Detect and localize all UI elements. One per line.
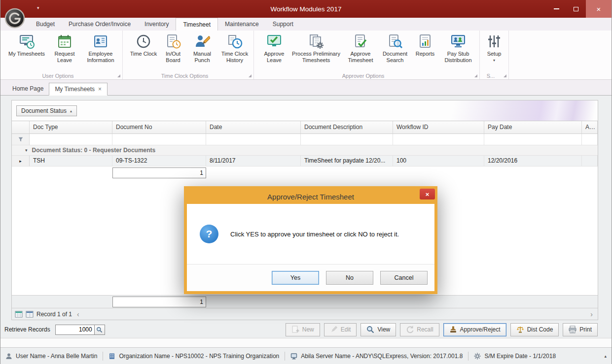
chip-label: Document Status	[21, 107, 67, 114]
column-header-at[interactable]: At...	[582, 121, 598, 133]
tab-support[interactable]: Support	[266, 18, 300, 31]
ribbon-item-setup[interactable]: Setup ▾	[483, 32, 505, 63]
cancel-button[interactable]: Cancel	[380, 271, 428, 285]
prev-record-icon[interactable]: ‹	[75, 311, 81, 318]
app-logo-icon	[4, 8, 25, 29]
recall-icon	[406, 326, 414, 333]
document-tab-bar: Home Page My Timesheets ×	[0, 80, 612, 96]
ribbon-item-label: Employee Information	[81, 51, 120, 64]
retrieve-records-button[interactable]	[95, 325, 105, 335]
tab-timesheet[interactable]: Timesheet	[176, 18, 218, 31]
cell-workflow-id[interactable]: 100	[393, 156, 484, 166]
ribbon-item-pay-stub-distribution[interactable]: Pay Stub Distribution	[438, 32, 478, 64]
filter-cell-document-no[interactable]	[112, 134, 206, 145]
cell-document-description[interactable]: TimeSheet for paydate 12/20...	[301, 156, 393, 166]
my-timesheets-icon	[19, 33, 35, 49]
cell-document-no[interactable]: 09-TS-1322	[112, 156, 206, 166]
new-icon	[291, 326, 299, 333]
card-view-icon[interactable]	[26, 310, 34, 318]
tab-purchase-order-invoice[interactable]: Purchase Order/Invoice	[62, 18, 138, 31]
filter-cell-workflow-id[interactable]	[393, 134, 484, 145]
grid-view-icon[interactable]	[15, 310, 23, 318]
divider	[468, 352, 468, 361]
ribbon-item-in-out-board[interactable]: In/Out Board	[159, 32, 187, 64]
in-out-board-icon	[165, 33, 181, 49]
approve-leave-icon	[266, 33, 282, 49]
filter-cell-document-description[interactable]	[301, 134, 393, 145]
retrieve-records-input[interactable]	[55, 325, 95, 335]
group-dialog-launcher-icon[interactable]	[504, 74, 506, 77]
dialog-close-button[interactable]: ×	[420, 189, 435, 199]
tab-inventory[interactable]: Inventory	[138, 18, 176, 31]
ribbon-item-document-search[interactable]: Document Search	[378, 32, 412, 64]
scales-icon	[516, 326, 524, 333]
stamp-icon	[449, 326, 457, 333]
filter-cell-doc-type[interactable]	[30, 134, 112, 145]
resize-grip-icon[interactable]: ▴	[604, 354, 607, 359]
ribbon-item-approve-leave[interactable]: Approve Leave	[259, 32, 289, 64]
cell-doc-type[interactable]: TSH	[30, 156, 112, 166]
group-dialog-launcher-icon[interactable]	[117, 74, 120, 77]
setup-icon	[486, 33, 502, 49]
column-header-document-no[interactable]: Document No	[112, 121, 206, 133]
view-button[interactable]: View	[360, 323, 396, 336]
ribbon-item-label: My Timesheets	[8, 51, 45, 57]
group-by-chip-document-status[interactable]: Document Status ▴	[16, 105, 77, 116]
ribbon-item-time-clock[interactable]: Time Clock	[128, 32, 159, 57]
dist-code-button[interactable]: Dist Code	[510, 323, 559, 336]
maximize-button[interactable]	[566, 0, 586, 18]
tab-home-page[interactable]: Home Page	[7, 82, 49, 95]
filter-cell-pay-date[interactable]	[484, 134, 582, 145]
filter-icon	[18, 136, 24, 142]
ribbon-item-request-leave[interactable]: Request Leave	[49, 32, 80, 64]
yes-button[interactable]: Yes	[272, 271, 319, 285]
column-header-document-description[interactable]: Document Description	[301, 121, 393, 133]
row-indicator-header	[12, 121, 30, 133]
approve-reject-button[interactable]: Approve/Reject	[443, 323, 506, 336]
cell-date[interactable]: 8/11/2017	[206, 156, 301, 166]
group-expand-icon[interactable]: ▾	[25, 148, 28, 153]
ribbon-item-manual-punch[interactable]: Manual Punch	[187, 32, 217, 64]
column-header-date[interactable]: Date	[206, 121, 301, 133]
question-icon: ?	[200, 225, 218, 243]
table-row[interactable]: ▸ TSH 09-TS-1322 8/11/2017 TimeSheet for…	[12, 156, 598, 166]
dialog-title: Approve/Reject Timesheet	[267, 193, 354, 201]
cell-at[interactable]	[582, 156, 598, 166]
filter-row	[12, 134, 598, 145]
ribbon-item-my-timesheets[interactable]: My Timesheets	[4, 32, 49, 57]
ribbon-item-label: Time Clock History	[218, 51, 252, 64]
retrieve-records-label: Retrieve Records	[4, 326, 50, 333]
filter-cell-date[interactable]	[206, 134, 301, 145]
ribbon-item-employee-information[interactable]: Employee Information	[80, 32, 121, 64]
tab-my-timesheets[interactable]: My Timesheets ×	[49, 83, 108, 96]
app-menu-logo[interactable]	[4, 8, 25, 31]
approve-timesheet-icon	[353, 33, 368, 49]
tab-maintenance[interactable]: Maintenance	[218, 18, 266, 31]
next-record-icon[interactable]: ›	[588, 311, 595, 318]
ribbon-item-process-preliminary-timesheets[interactable]: Process Preliminary Timesheets	[289, 32, 343, 64]
group-dialog-launcher-icon[interactable]	[249, 74, 252, 77]
cell-pay-date[interactable]: 12/20/2016	[484, 156, 582, 166]
ribbon-item-approve-timesheet[interactable]: Approve Timesheet	[343, 32, 378, 64]
print-button[interactable]: Print	[563, 323, 598, 336]
close-button[interactable]: ×	[586, 0, 612, 18]
status-bar: User Name - Anna Belle Martin Organizati…	[0, 347, 612, 364]
ribbon-item-label: Request Leave	[49, 51, 80, 64]
filter-cell-at[interactable]	[582, 134, 598, 145]
group-row-requester-documents[interactable]: ▾ Document Status: 0 - Requester Documen…	[12, 145, 598, 156]
magnifier-icon	[96, 327, 103, 333]
minimize-button[interactable]	[546, 0, 566, 18]
ribbon-item-reports[interactable]: Reports	[412, 32, 438, 57]
group-dialog-launcher-icon[interactable]	[474, 74, 477, 77]
ribbon-item-time-clock-history[interactable]: Time Clock History	[217, 32, 252, 64]
no-button[interactable]: No	[326, 271, 373, 285]
gear-icon	[474, 353, 481, 360]
filter-row-indicator	[12, 134, 30, 145]
quick-access-dropdown-icon[interactable]: ▾	[37, 5, 39, 10]
tab-close-icon[interactable]: ×	[98, 83, 102, 95]
column-header-doc-type[interactable]: Doc Type	[30, 121, 112, 133]
column-header-pay-date[interactable]: Pay Date	[484, 121, 582, 133]
tab-budget[interactable]: Budget	[29, 18, 62, 31]
column-header-workflow-id[interactable]: Workflow ID	[393, 121, 484, 133]
minimize-icon	[554, 8, 559, 9]
